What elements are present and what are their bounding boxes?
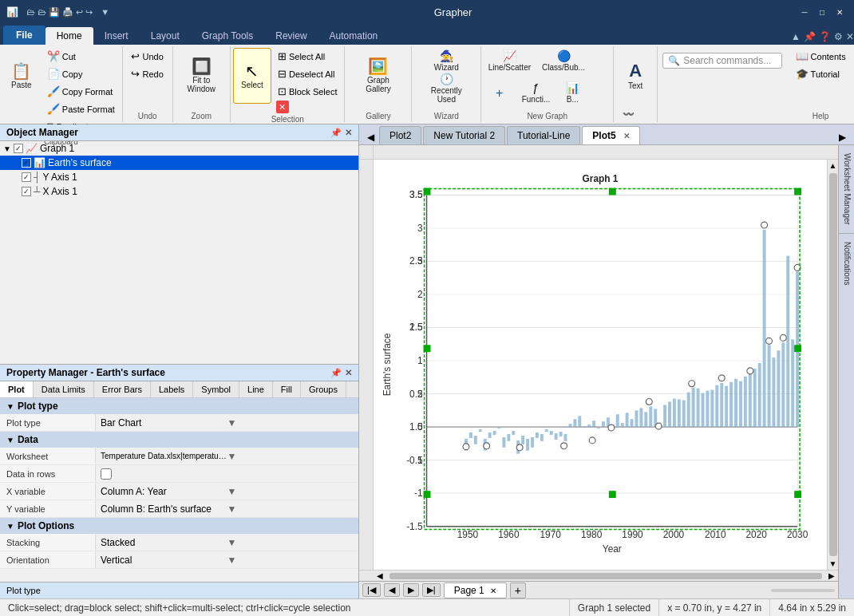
stacking-value[interactable]: Stacked ▼ — [96, 534, 358, 551]
page-scrollbar[interactable] — [771, 589, 835, 592]
copy-button[interactable]: 📄 Copy — [42, 65, 120, 82]
select-all-button[interactable]: ⊞ Select All — [273, 48, 342, 65]
plot-type-dropdown[interactable]: Bar Chart ▼ — [101, 417, 354, 428]
prop-tab-error-bars[interactable]: Error Bars — [94, 381, 151, 397]
tab-home[interactable]: Home — [45, 27, 93, 45]
tab-plot5[interactable]: Plot5 ✕ — [582, 126, 639, 144]
data-in-rows-checkbox[interactable] — [101, 468, 112, 480]
prop-tab-labels[interactable]: Labels — [151, 381, 193, 397]
plus-button[interactable]: + — [484, 80, 516, 106]
redo-button[interactable]: ↪ Redo — [126, 65, 168, 82]
recently-used-button[interactable]: 🕐 Recently Used — [417, 75, 476, 101]
tree-check-earths[interactable] — [22, 158, 31, 168]
worksheet-manager-label[interactable]: Worksheet Manager — [839, 145, 854, 234]
scrollbar-thumb-v[interactable] — [829, 173, 837, 556]
plot-type-value[interactable]: Bar Chart ▼ — [96, 414, 358, 431]
tab-graph-tools[interactable]: Graph Tools — [191, 27, 264, 45]
tree-item-xaxis1[interactable]: ▶ ┴ X Axis 1 — [0, 184, 358, 199]
tutorial-button[interactable]: 🎓 Tutorial — [791, 65, 851, 82]
scrollbar-left[interactable]: ◀ — [374, 571, 386, 581]
prop-tab-symbol[interactable]: Symbol — [193, 381, 239, 397]
object-manager-pin[interactable]: 📌 — [330, 128, 342, 138]
graph-content[interactable]: Graph 1 Earth's surface Year — [374, 160, 827, 570]
prop-tab-line[interactable]: Line — [239, 381, 273, 397]
tab-new-tutorial-2[interactable]: New Tutorial 2 — [423, 126, 505, 144]
stacking-dropdown[interactable]: Stacked ▼ — [101, 537, 354, 548]
section-expand-plot-options[interactable]: ▼ — [6, 522, 14, 531]
class-bub-button[interactable]: 🔵 Class/Bub... — [537, 48, 590, 74]
worksheet-value[interactable]: Temperature Data.xlsx|temperature_fig-..… — [96, 448, 358, 464]
paste-format-button[interactable]: 🖌️ Paste Format — [42, 101, 120, 117]
draw-more-button[interactable]: 〰️ — [618, 106, 653, 122]
tab-insert[interactable]: Insert — [93, 27, 140, 45]
fit-to-window-button[interactable]: 🔲 Fit to Window — [178, 48, 225, 104]
tab-nav-right[interactable]: ▶ — [834, 130, 851, 144]
tab-nav-left[interactable]: ◀ — [362, 130, 379, 144]
page-nav-end[interactable]: ▶| — [422, 583, 441, 597]
close-button[interactable]: ✕ — [832, 5, 848, 19]
tab-plot2[interactable]: Plot2 — [379, 126, 421, 144]
select-button[interactable]: ↖ Select — [233, 48, 271, 104]
tree-item-earths-surface[interactable]: ▶ 📊 Earth's surface — [0, 156, 358, 170]
contents-button[interactable]: 📖 Contents — [791, 48, 851, 65]
page-tab-1[interactable]: Page 1 ✕ — [444, 582, 507, 598]
ribbon-close[interactable]: ✕ — [846, 31, 854, 42]
page-nav-prev[interactable]: ◀ — [384, 583, 400, 597]
tree-expand-graph1[interactable]: ▼ — [3, 144, 11, 153]
tree-item-yaxis1[interactable]: ▶ ┤ Y Axis 1 — [0, 170, 358, 184]
tree-item-graph1[interactable]: ▼ 📈 Graph 1 — [0, 141, 358, 156]
prop-tab-fill[interactable]: Fill — [273, 381, 301, 397]
add-page-button[interactable]: + — [510, 582, 526, 598]
paste-button[interactable]: 📋 Paste — [2, 48, 41, 104]
x-variable-value[interactable]: Column A: Year ▼ — [96, 483, 358, 500]
data-in-rows-value[interactable] — [96, 465, 358, 482]
cut-button[interactable]: ✂️ Cut — [42, 48, 120, 65]
window-controls[interactable]: ─ □ ✕ — [797, 5, 848, 19]
tree-check-graph1[interactable] — [14, 144, 23, 153]
wizard-button[interactable]: 🧙 Wizard — [417, 48, 476, 74]
tree-check-xaxis1[interactable] — [22, 187, 31, 196]
undo-button[interactable]: ↩ Undo — [126, 48, 168, 65]
page-nav-start[interactable]: |◀ — [362, 583, 381, 597]
scrollbar-up[interactable]: ▲ — [828, 160, 838, 172]
y-variable-dropdown[interactable]: Column B: Earth's surface ▼ — [101, 503, 354, 515]
ribbon-nav-up[interactable]: ▲ — [791, 31, 801, 42]
scrollbar-thumb-h[interactable] — [389, 573, 822, 579]
tab-review[interactable]: Review — [264, 27, 318, 45]
section-expand-plot-type[interactable]: ▼ — [6, 402, 14, 411]
ribbon-pin[interactable]: 📌 — [804, 31, 816, 42]
text-button[interactable]: A Text — [618, 48, 653, 104]
prop-tab-plot[interactable]: Plot — [0, 381, 34, 397]
block-select-button[interactable]: ⊡ Block Select — [273, 83, 342, 100]
tree-check-yaxis1[interactable] — [22, 172, 31, 182]
x-variable-dropdown[interactable]: Column A: Year ▼ — [101, 486, 354, 497]
scrollbar-down[interactable]: ▼ — [828, 558, 838, 570]
worksheet-dropdown[interactable]: Temperature Data.xlsx|temperature_fig-..… — [101, 451, 354, 462]
y-variable-value[interactable]: Column B: Earth's surface ▼ — [96, 500, 358, 517]
orientation-dropdown[interactable]: Vertical ▼ — [101, 555, 354, 566]
deselect-all-button[interactable]: ⊟ Deselect All — [273, 65, 342, 82]
page-tab-1-close[interactable]: ✕ — [490, 586, 496, 595]
object-manager-close[interactable]: ✕ — [345, 128, 352, 138]
line-scatter-button[interactable]: 📈 Line/Scatter — [484, 48, 536, 74]
horizontal-scrollbar[interactable]: ◀ ▶ — [374, 571, 838, 581]
page-nav-next[interactable]: ▶ — [403, 583, 419, 597]
ribbon-help[interactable]: ❓ — [819, 31, 831, 42]
tab-automation[interactable]: Automation — [318, 27, 389, 45]
prop-tab-groups[interactable]: Groups — [301, 381, 346, 397]
tab-tutorial-line[interactable]: Tutorial-Line — [507, 126, 580, 144]
ribbon-settings[interactable]: ⚙ — [834, 31, 843, 42]
section-expand-data[interactable]: ▼ — [6, 436, 14, 444]
prop-tab-data-limits[interactable]: Data Limits — [34, 381, 94, 397]
maximize-button[interactable]: □ — [814, 5, 830, 19]
tab-file[interactable]: File — [3, 26, 45, 45]
copy-format-button[interactable]: 🖌️ Copy Format — [42, 83, 120, 100]
orientation-value[interactable]: Vertical ▼ — [96, 551, 358, 568]
property-manager-pin[interactable]: 📌 — [330, 368, 342, 378]
graph-gallery-button[interactable]: 🖼️ Graph Gallery — [350, 48, 406, 104]
search-input[interactable]: 🔍 Search commands... — [662, 53, 782, 69]
property-manager-close[interactable]: ✕ — [345, 368, 352, 378]
scrollbar-right[interactable]: ▶ — [825, 571, 838, 581]
bar-button[interactable]: 📊 B... — [556, 80, 588, 106]
tab-plot5-close[interactable]: ✕ — [623, 132, 630, 140]
